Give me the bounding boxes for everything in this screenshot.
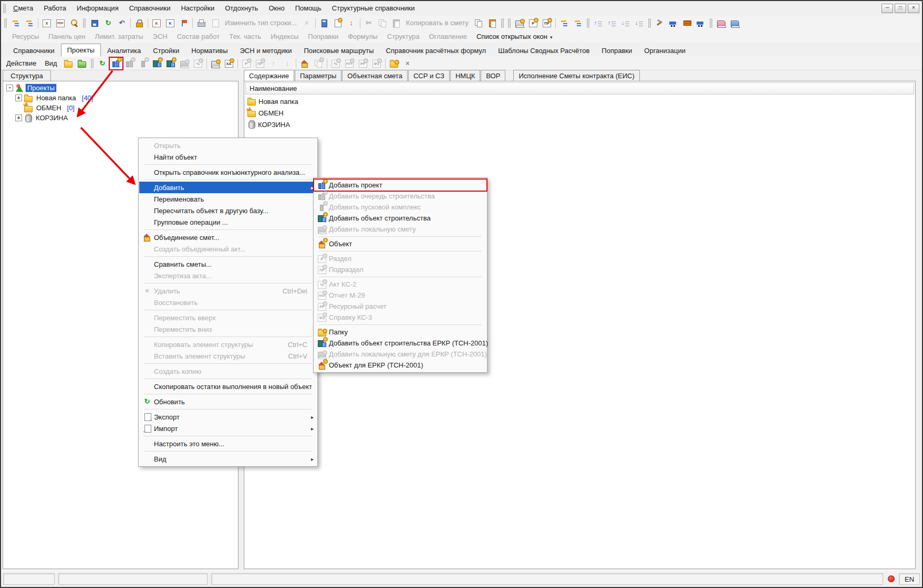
menu-item[interactable]: ПРПодраздел bbox=[314, 264, 486, 275]
tree-structure-button[interactable] bbox=[9, 17, 22, 29]
preview-button[interactable] bbox=[209, 17, 221, 29]
menu-item[interactable]: Пересчитать объект в другую базу... bbox=[139, 205, 317, 216]
menu-item[interactable]: Объект bbox=[314, 238, 486, 249]
content-tab[interactable]: Содержание bbox=[244, 70, 294, 81]
toolbar-grip[interactable] bbox=[4, 18, 7, 28]
menubar-item[interactable]: Структурные справочники bbox=[327, 4, 420, 12]
copy-fragment-button[interactable] bbox=[472, 17, 485, 29]
menu-item[interactable]: Добавить локальную смету bbox=[314, 224, 486, 235]
menu-item[interactable]: Переместить вниз bbox=[139, 323, 317, 335]
tree-subordinate-button[interactable] bbox=[23, 17, 36, 29]
panel-toggle[interactable]: Индексы bbox=[266, 33, 303, 40]
workspace-tab[interactable]: Справочник расчётных формул bbox=[380, 45, 492, 57]
workspace-tab[interactable]: Шаблоны Сводных Расчётов bbox=[492, 45, 595, 57]
menubar-item[interactable]: Помощь bbox=[290, 4, 327, 12]
content-tab[interactable]: ССР и СЗ bbox=[408, 70, 450, 81]
add-complex-button[interactable] bbox=[137, 58, 150, 69]
menu-item[interactable]: М29Отчет М-29 bbox=[314, 290, 486, 301]
resource-calc-button[interactable]: РР bbox=[357, 58, 369, 69]
paste-fragment-button[interactable] bbox=[486, 17, 499, 29]
tree-expander-icon[interactable]: - bbox=[6, 85, 13, 91]
panel-toggle[interactable]: ЭСН bbox=[148, 33, 172, 40]
report-m29-button[interactable]: М29 bbox=[343, 58, 356, 69]
menu-item[interactable]: Восстановить bbox=[139, 297, 317, 308]
menu-item[interactable]: Переименовать bbox=[139, 193, 317, 205]
workspace-tab[interactable]: Проекты bbox=[61, 44, 101, 57]
act-ks2-button[interactable]: % bbox=[329, 58, 342, 69]
list-item[interactable]: Новая папка bbox=[244, 96, 915, 107]
works-button[interactable] bbox=[654, 17, 666, 29]
menu-item[interactable]: Добавить очередь строительства bbox=[314, 191, 486, 202]
language-indicator[interactable]: EN bbox=[899, 573, 920, 585]
workspace-tab[interactable]: Справочники bbox=[7, 45, 60, 57]
panel-toggle[interactable]: Список открытых окон▾ bbox=[472, 33, 557, 40]
transport-button[interactable] bbox=[694, 17, 707, 29]
catalog-blue-button[interactable] bbox=[729, 17, 741, 29]
podrazdel-button[interactable]: ПР bbox=[254, 58, 266, 69]
row-updown-button[interactable]: ↕ bbox=[345, 17, 358, 29]
menu-item[interactable]: Экспорт▸ bbox=[139, 411, 317, 423]
menu-item[interactable]: Добавить объект строительства bbox=[314, 213, 486, 224]
panel-toggle[interactable]: Формулы bbox=[343, 33, 382, 40]
save-button[interactable] bbox=[88, 17, 101, 29]
razdel-button[interactable]: Р bbox=[240, 58, 253, 69]
toolbar-menu-deystvie[interactable]: Действие bbox=[2, 59, 40, 67]
menubar-item[interactable]: Смета bbox=[8, 4, 38, 12]
panel-toggle[interactable]: Тех. часть bbox=[224, 33, 266, 40]
workspace-tab[interactable]: ЭСН и методики bbox=[234, 45, 298, 57]
content-tab[interactable]: Исполнение Сметы контракта (ЕИС) bbox=[513, 70, 639, 81]
menu-item[interactable]: Скопировать остатки выполнения в новый о… bbox=[139, 381, 317, 392]
refresh-button[interactable]: ↻ bbox=[96, 58, 109, 69]
refresh-button[interactable]: ↻ bbox=[102, 17, 115, 29]
razdel-button[interactable]: Р bbox=[527, 17, 540, 29]
copy-structure-button[interactable] bbox=[312, 58, 325, 69]
tree-item[interactable]: -Проекты bbox=[3, 83, 238, 93]
delete-structure-button[interactable] bbox=[572, 17, 584, 29]
tree-expander-icon[interactable]: + bbox=[15, 94, 22, 101]
move-up-button[interactable]: ↑ bbox=[267, 58, 280, 69]
content-tab[interactable]: ВОР bbox=[481, 70, 505, 81]
panel-toggle[interactable]: Оглавление bbox=[424, 33, 472, 40]
workspace-tab[interactable]: Нормативы bbox=[185, 45, 233, 57]
menu-item[interactable]: ×УдалитьCtrl+Del bbox=[139, 285, 317, 297]
level-last-button[interactable] bbox=[633, 17, 646, 29]
delete-row-button[interactable]: × bbox=[300, 17, 313, 29]
panel-toggle[interactable]: Панель цен bbox=[44, 33, 90, 40]
add-local-estimate-button[interactable] bbox=[178, 58, 191, 69]
list-item[interactable]: ОБМЕН bbox=[244, 107, 915, 119]
menu-item[interactable]: Объект для ЕРКР (ТСН-2001) bbox=[314, 360, 486, 371]
menu-item[interactable]: Импорт▸ bbox=[139, 423, 317, 434]
machines-button[interactable] bbox=[667, 17, 680, 29]
menu-item[interactable]: Папку bbox=[314, 327, 486, 338]
comment-button[interactable] bbox=[178, 17, 190, 29]
merge-estimates-button[interactable] bbox=[298, 58, 311, 69]
open-analysis-button[interactable] bbox=[209, 58, 222, 69]
menu-item[interactable]: Вид▸ bbox=[139, 453, 317, 465]
list-item[interactable]: КОРЗИНА bbox=[244, 119, 915, 130]
workspace-tab[interactable]: Стройки bbox=[147, 45, 185, 57]
workspace-tab[interactable]: Организации bbox=[638, 45, 691, 57]
print-button[interactable] bbox=[195, 17, 208, 29]
add-object-button[interactable] bbox=[151, 58, 163, 69]
tree-item[interactable]: +Новая папка[40] bbox=[3, 93, 238, 103]
copy-button[interactable] bbox=[376, 17, 389, 29]
catalog-pink-button[interactable] bbox=[715, 17, 728, 29]
minimize-button[interactable]: ─ bbox=[881, 4, 893, 13]
undo-button[interactable]: ↶ bbox=[116, 17, 128, 29]
add-project-button[interactable] bbox=[110, 58, 122, 69]
toolbar-grip[interactable] bbox=[83, 18, 86, 28]
menu-item[interactable]: ↻Обновить bbox=[139, 396, 317, 407]
new-window-button[interactable] bbox=[331, 17, 344, 29]
menu-item[interactable]: Найти объект bbox=[139, 151, 317, 163]
add-object-erkr-button[interactable] bbox=[164, 58, 177, 69]
menu-item[interactable]: Открыть bbox=[139, 140, 317, 151]
tree-item[interactable]: ОБМЕН[0] bbox=[3, 103, 238, 113]
toolbar-grip[interactable] bbox=[710, 18, 712, 28]
level-first-button[interactable] bbox=[592, 17, 605, 29]
menu-item[interactable]: Переместить вверх bbox=[139, 312, 317, 323]
tree-item[interactable]: +КОРЗИНА bbox=[3, 113, 238, 123]
add-coefficient2-button[interactable]: К bbox=[164, 17, 177, 29]
menu-item[interactable]: Создать объединенный акт... bbox=[139, 243, 317, 255]
toolbar-grip[interactable] bbox=[501, 18, 504, 28]
workspace-tab[interactable]: Аналитика bbox=[101, 45, 147, 57]
